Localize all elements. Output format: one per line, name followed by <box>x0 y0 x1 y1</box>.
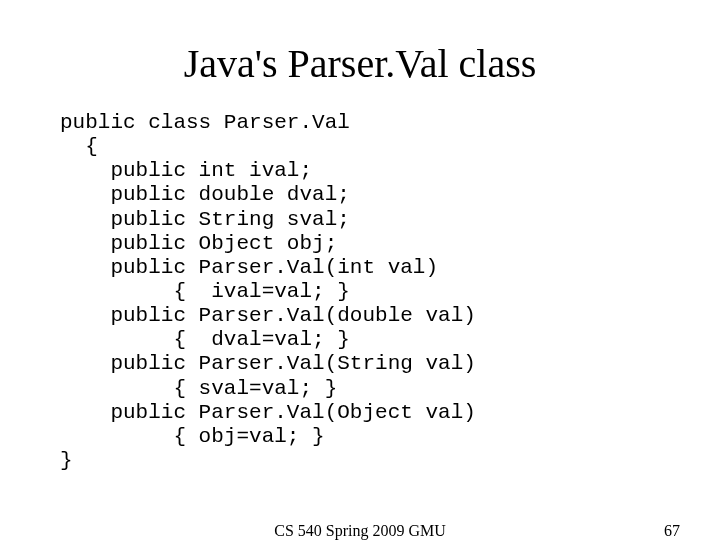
footer-course-info: CS 540 Spring 2009 GMU <box>274 522 446 540</box>
footer-page-number: 67 <box>664 522 680 540</box>
slide-title: Java's Parser.Val class <box>40 40 680 87</box>
code-block: public class Parser.Val { public int iva… <box>60 111 680 473</box>
slide-container: Java's Parser.Val class public class Par… <box>0 0 720 540</box>
